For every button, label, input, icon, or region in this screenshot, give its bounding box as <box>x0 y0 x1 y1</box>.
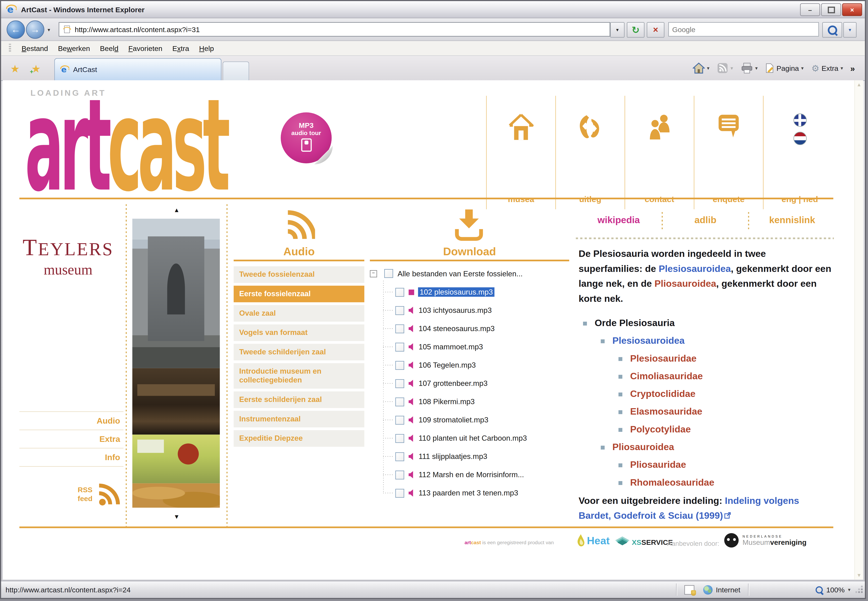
tab-kennislink[interactable]: kennislink <box>749 212 835 231</box>
taxon-link[interactable]: Rhomaleosauridae <box>578 477 832 489</box>
file-checkbox[interactable] <box>395 470 404 479</box>
print-button[interactable]: ▾ <box>738 61 760 75</box>
home-button[interactable]: ▾ <box>690 61 712 75</box>
overflow-chevron[interactable]: » <box>848 63 857 73</box>
file-row[interactable]: 102 plesiosaurus.mp3 <box>370 283 569 301</box>
add-favorite-button[interactable]: ★+ <box>26 60 45 78</box>
strip-down-arrow[interactable]: ▼ <box>169 513 184 520</box>
feeds-button[interactable]: ▾ <box>714 61 736 75</box>
file-checkbox[interactable] <box>395 361 404 369</box>
link-pliosauroidea[interactable]: Pliosauroidea <box>654 279 716 289</box>
tab-wikipedia[interactable]: wikipedia <box>576 212 662 231</box>
file-row[interactable]: 111 slijpplaatjes.mp3 <box>370 447 569 465</box>
taxon-link[interactable]: Pliosauridae <box>578 459 832 471</box>
nav-item-language[interactable]: eng | ned <box>763 96 836 209</box>
nav-item-contact[interactable]: contact <box>625 96 694 209</box>
file-checkbox[interactable] <box>395 489 404 497</box>
file-checkbox[interactable] <box>395 452 404 461</box>
search-input[interactable] <box>668 22 819 37</box>
extra-tools-button[interactable]: ⚙ Extra ▾ <box>809 61 846 75</box>
tree-collapse-icon[interactable]: − <box>370 270 377 277</box>
favorites-button[interactable]: ★ <box>6 60 24 78</box>
taxon-link[interactable]: Plesiosauroidea <box>578 335 832 347</box>
file-checkbox[interactable] <box>395 324 404 333</box>
back-button[interactable]: ← <box>7 20 25 39</box>
audio-item[interactable]: Vogels van formaat <box>233 325 364 341</box>
taxon-link[interactable]: Polycotylidae <box>578 424 832 436</box>
menu-favorieten[interactable]: Favorieten <box>124 42 167 54</box>
minimize-button[interactable]: – <box>800 3 820 16</box>
file-row[interactable]: 112 Marsh en de Morrisinform... <box>370 465 569 484</box>
file-row[interactable]: 110 planten uit het Carboon.mp3 <box>370 429 569 447</box>
taxon-link[interactable]: Cimoliasauridae <box>578 371 832 383</box>
file-row[interactable]: 105 mammoet.mp3 <box>370 338 569 356</box>
menu-beeld[interactable]: Beeld <box>95 42 123 54</box>
file-row[interactable]: 104 steneosaurus.mp3 <box>370 319 569 338</box>
tab-adlib[interactable]: adlib <box>662 212 748 231</box>
mp3-audio-tour-sticker[interactable]: MP3 audio tour <box>281 112 332 163</box>
file-checkbox[interactable] <box>395 397 404 406</box>
rss-feed-link[interactable]: RSSfeed <box>38 482 121 506</box>
file-checkbox[interactable] <box>395 434 404 443</box>
new-tab-button[interactable] <box>223 61 249 80</box>
museumvereniging-logo[interactable]: NEDERLANDSE Museumvereniging <box>724 533 807 548</box>
search-button[interactable] <box>822 22 842 38</box>
refresh-button[interactable]: ↻ <box>627 22 644 38</box>
heat-logo[interactable]: Heat <box>577 534 610 548</box>
close-button[interactable]: × <box>842 3 862 16</box>
zoom-control[interactable]: 100% ▾ <box>752 586 855 594</box>
link-plesiosauroidea[interactable]: Plesiosauroidea <box>659 264 731 274</box>
uk-flag-icon[interactable] <box>793 114 806 127</box>
scrollbar-down-icon[interactable]: ▼ <box>855 572 863 578</box>
sidebar-link-extra[interactable]: Extra <box>20 430 124 448</box>
nl-flag-icon[interactable] <box>793 132 806 145</box>
audio-item[interactable]: Introductie museum en collectiegebieden <box>233 363 364 389</box>
file-row[interactable]: 106 Tegelen.mp3 <box>370 356 569 374</box>
menu-extra[interactable]: Extra <box>167 42 194 54</box>
sidebar-link-info[interactable]: Info <box>20 448 124 466</box>
file-checkbox[interactable] <box>395 288 404 296</box>
scrollbar-up-icon[interactable]: ▲ <box>855 82 863 87</box>
menu-bewerken[interactable]: Bewerken <box>53 42 95 54</box>
tab-artcast[interactable]: e ArtCast <box>54 58 221 80</box>
teylers-logo[interactable]: Teylers museum <box>14 234 122 279</box>
taxon-link[interactable]: Elasmosauridae <box>578 406 832 418</box>
audio-item[interactable]: Eerste schilderijen zaal <box>233 392 364 408</box>
file-checkbox[interactable] <box>395 379 404 388</box>
nav-item-uitleg[interactable]: uitleg <box>555 96 625 209</box>
protected-mode-icon[interactable] <box>684 585 694 594</box>
nav-item-enquete[interactable]: enquete <box>694 96 763 209</box>
file-row[interactable]: 103 ichtyosaurus.mp3 <box>370 301 569 319</box>
resize-grip[interactable] <box>855 585 864 594</box>
stop-button[interactable]: × <box>647 22 664 38</box>
maximize-button[interactable] <box>821 3 841 16</box>
file-checkbox[interactable] <box>395 342 404 351</box>
audio-item[interactable]: Tweede fossielenzaal <box>233 266 364 283</box>
file-checkbox[interactable] <box>395 306 404 315</box>
file-row[interactable]: 113 paarden met 3 tenen.mp3 <box>370 484 569 502</box>
taxon-link[interactable]: Pliosauroidea <box>578 441 832 453</box>
file-checkbox[interactable] <box>395 416 404 424</box>
pagina-button[interactable]: Pagina ▾ <box>763 61 806 75</box>
security-zone[interactable]: Internet <box>699 585 744 594</box>
address-dropdown-button[interactable]: ▾ <box>610 22 625 38</box>
audio-item[interactable]: Instrumentenzaal <box>233 411 364 427</box>
sidebar-link-audio[interactable]: Audio <box>20 411 124 430</box>
menu-bestand[interactable]: Bestand <box>17 42 53 54</box>
search-dropdown-button[interactable]: ▾ <box>843 22 857 38</box>
strip-up-arrow[interactable]: ▲ <box>169 206 184 213</box>
audio-item[interactable]: Expeditie Diepzee <box>233 430 364 447</box>
taxon-link[interactable]: Plesiosauridae <box>578 352 832 365</box>
page-scrollbar[interactable]: ▲ ▼ <box>854 80 863 580</box>
forward-button[interactable]: → <box>26 20 44 39</box>
taxon-link[interactable]: Cryptoclididae <box>578 388 832 400</box>
audio-item[interactable]: Ovale zaal <box>233 305 364 322</box>
tree-root-row[interactable]: − Alle bestanden van Eerste fossielen... <box>370 266 569 281</box>
audio-item-selected[interactable]: Eerste fossielenzaal <box>233 286 364 302</box>
file-row[interactable]: 107 grottenbeer.mp3 <box>370 374 569 392</box>
menu-help[interactable]: Help <box>194 42 219 54</box>
file-row[interactable]: 108 Pikermi.mp3 <box>370 392 569 411</box>
history-dropdown-icon[interactable]: ▾ <box>47 27 50 33</box>
audio-item[interactable]: Tweede schilderijen zaal <box>233 344 364 360</box>
root-checkbox[interactable] <box>384 269 393 278</box>
